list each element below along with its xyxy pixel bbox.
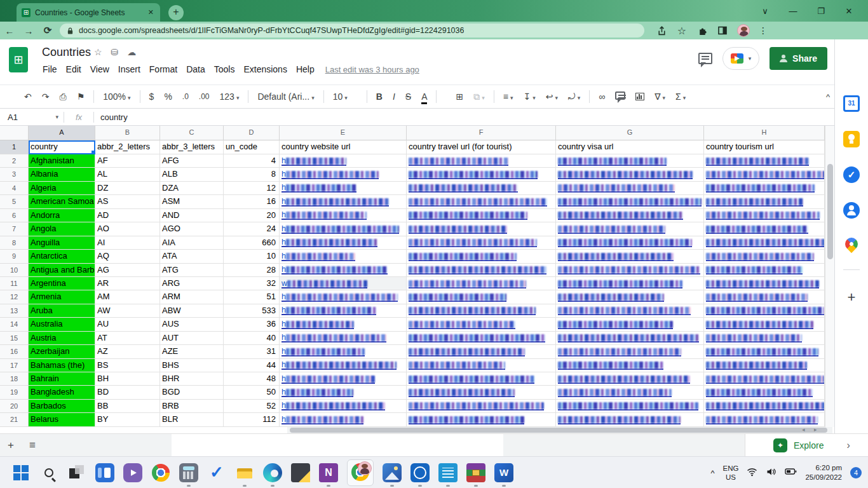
menu-insert[interactable]: Insert: [114, 62, 145, 77]
back-icon[interactable]: ←: [0, 25, 19, 36]
cell-url-redacted[interactable]: [407, 277, 556, 290]
borders-icon[interactable]: ⊞: [451, 92, 468, 102]
cell[interactable]: 44: [224, 359, 280, 372]
column-header-F[interactable]: F: [407, 126, 556, 140]
contacts-icon[interactable]: [843, 202, 860, 219]
cell[interactable]: 31: [224, 345, 280, 358]
volume-icon[interactable]: [766, 467, 776, 479]
share-page-icon[interactable]: [656, 25, 667, 36]
cell[interactable]: country travel url (for tourist): [407, 140, 556, 154]
cell[interactable]: AZE: [160, 345, 224, 358]
cell-url-redacted[interactable]: [704, 400, 825, 413]
cell[interactable]: BLR: [160, 413, 224, 426]
increase-decimals-icon[interactable]: .00: [194, 92, 215, 101]
cell-country[interactable]: Andorra: [29, 209, 95, 222]
start-icon[interactable]: [11, 463, 31, 482]
cell-url-redacted[interactable]: [556, 195, 704, 208]
insert-chart-icon[interactable]: [630, 93, 649, 100]
cell[interactable]: BH: [95, 372, 160, 386]
close-button[interactable]: ✕: [835, 6, 863, 16]
cell-country[interactable]: Australia: [29, 318, 95, 331]
tasks-icon[interactable]: ✓: [843, 166, 860, 183]
cell-url-redacted[interactable]: [704, 182, 825, 195]
cell-country[interactable]: Antarctica: [29, 250, 95, 263]
cell-country[interactable]: Bahamas (the): [29, 359, 95, 372]
cell-url-redacted[interactable]: [556, 290, 704, 304]
menu-extensions[interactable]: Extensions: [239, 62, 291, 77]
cell[interactable]: AO: [95, 222, 160, 236]
cell-url-redacted[interactable]: [704, 318, 825, 331]
cell-country[interactable]: Bahrain: [29, 372, 95, 386]
cell-country[interactable]: Barbados: [29, 400, 95, 413]
cell-country[interactable]: Anguilla: [29, 236, 95, 250]
cell-url-redacted[interactable]: [556, 345, 704, 358]
row-header-8[interactable]: 8: [0, 236, 29, 250]
cell-url-redacted[interactable]: w: [280, 277, 407, 290]
cell-url-redacted[interactable]: [556, 400, 704, 413]
row-header-11[interactable]: 11: [0, 277, 29, 290]
number-format-select[interactable]: 123▾: [215, 92, 245, 102]
cell[interactable]: ATA: [160, 250, 224, 263]
cell[interactable]: 51: [224, 290, 280, 304]
cell-country[interactable]: Armenia: [29, 290, 95, 304]
cell[interactable]: BS: [95, 359, 160, 372]
cell[interactable]: AI: [95, 236, 160, 250]
cell[interactable]: ARG: [160, 277, 224, 290]
cell[interactable]: abbr_2_letters: [95, 140, 160, 154]
cell-url-redacted[interactable]: h: [280, 250, 407, 263]
browser-tab[interactable]: ⊞ Countries - Google Sheets ✕: [17, 3, 160, 22]
cell[interactable]: DZ: [95, 182, 160, 195]
strikethrough-icon[interactable]: S: [400, 92, 416, 102]
cell-url-redacted[interactable]: [407, 318, 556, 331]
cell[interactable]: 48: [224, 372, 280, 386]
cell-url-redacted[interactable]: [556, 250, 704, 263]
cell[interactable]: AW: [95, 304, 160, 318]
document-title[interactable]: Countries: [42, 46, 91, 59]
cell-url-redacted[interactable]: [704, 359, 825, 372]
cell-country[interactable]: Angola: [29, 222, 95, 236]
undo-icon[interactable]: ↶: [19, 92, 37, 102]
row-header-21[interactable]: 21: [0, 413, 29, 426]
menu-data[interactable]: Data: [182, 62, 210, 77]
cell[interactable]: ATG: [160, 264, 224, 277]
insert-link-icon[interactable]: ∞: [593, 92, 610, 102]
browser-menu-icon[interactable]: ⋮: [759, 25, 768, 36]
row-header-15[interactable]: 15: [0, 332, 29, 345]
row-header-16[interactable]: 16: [0, 345, 29, 358]
cell[interactable]: AZ: [95, 345, 160, 358]
cell-url-redacted[interactable]: [407, 332, 556, 345]
cell-url-redacted[interactable]: [556, 359, 704, 372]
vertical-align-icon[interactable]: ↧▾: [518, 92, 540, 102]
notes-icon[interactable]: [291, 463, 310, 482]
cell[interactable]: 32: [224, 277, 280, 290]
cell-url-redacted[interactable]: h: [280, 154, 407, 168]
cell[interactable]: AM: [95, 290, 160, 304]
cell-country[interactable]: Algeria: [29, 182, 95, 195]
cell[interactable]: BB: [95, 400, 160, 413]
cell-url-redacted[interactable]: h: [280, 209, 407, 222]
column-header-D[interactable]: D: [224, 126, 280, 140]
functions-icon[interactable]: Σ▾: [670, 92, 691, 102]
search-icon[interactable]: [39, 463, 58, 482]
cell-url-redacted[interactable]: h: [280, 400, 407, 413]
get-addons-icon[interactable]: +: [848, 289, 856, 306]
bold-icon[interactable]: B: [371, 92, 388, 102]
cell-url-redacted[interactable]: [407, 250, 556, 263]
cell-url-redacted[interactable]: h: [280, 222, 407, 236]
vertical-scrollbar-thumb[interactable]: [827, 164, 833, 259]
cell-url-redacted[interactable]: [704, 209, 825, 222]
cell[interactable]: 112: [224, 413, 280, 426]
cell-url-redacted[interactable]: h: [280, 372, 407, 386]
star-document-icon[interactable]: ☆: [94, 47, 102, 57]
row-header-13[interactable]: 13: [0, 304, 29, 318]
cell-country[interactable]: Afghanistan: [29, 154, 95, 168]
text-color-icon[interactable]: A: [416, 92, 432, 102]
row-header-12[interactable]: 12: [0, 290, 29, 304]
insert-comment-icon[interactable]: [610, 92, 630, 102]
cell[interactable]: BHS: [160, 359, 224, 372]
italic-icon[interactable]: I: [388, 92, 400, 102]
cell-country[interactable]: Belarus: [29, 413, 95, 426]
taskview-icon[interactable]: [67, 463, 86, 482]
formula-input[interactable]: country: [94, 112, 128, 122]
cell-url-redacted[interactable]: [407, 290, 556, 304]
